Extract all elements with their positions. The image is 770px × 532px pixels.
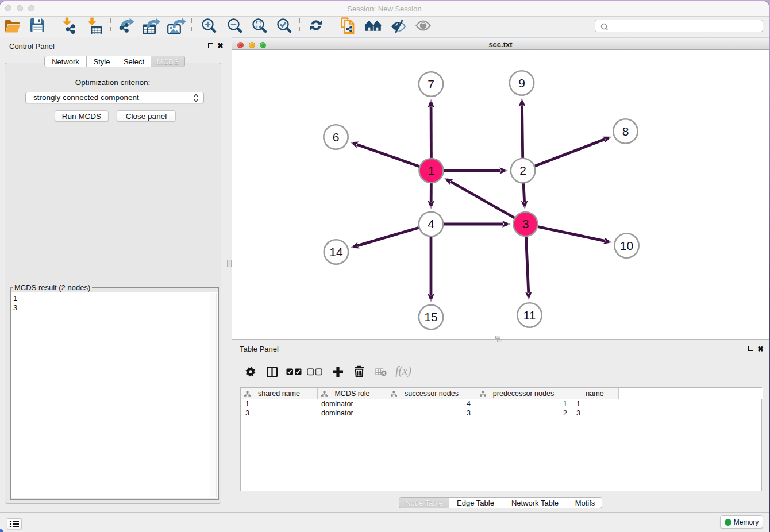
svg-text:3: 3 xyxy=(522,217,529,230)
svg-text:9: 9 xyxy=(518,76,525,90)
svg-text:4: 4 xyxy=(428,217,434,230)
svg-text:6: 6 xyxy=(333,130,340,144)
svg-text:10: 10 xyxy=(620,239,633,252)
svg-text:14: 14 xyxy=(329,245,343,259)
svg-text:1: 1 xyxy=(428,164,435,177)
svg-text:11: 11 xyxy=(523,309,536,322)
svg-text:8: 8 xyxy=(622,125,629,138)
svg-text:2: 2 xyxy=(519,164,526,177)
svg-text:15: 15 xyxy=(424,310,437,323)
svg-text:7: 7 xyxy=(428,78,434,91)
